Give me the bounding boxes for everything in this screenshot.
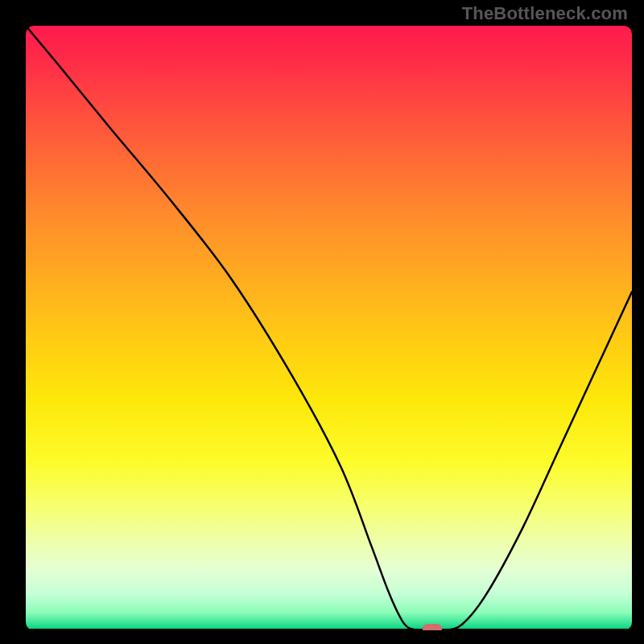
plot-area bbox=[26, 26, 632, 630]
watermark-text: TheBottleneck.com bbox=[462, 3, 628, 24]
chart-container: TheBottleneck.com bbox=[0, 0, 644, 644]
optimal-point-marker bbox=[423, 624, 442, 630]
axis-baseline bbox=[26, 629, 632, 630]
bottleneck-curve bbox=[26, 26, 632, 630]
